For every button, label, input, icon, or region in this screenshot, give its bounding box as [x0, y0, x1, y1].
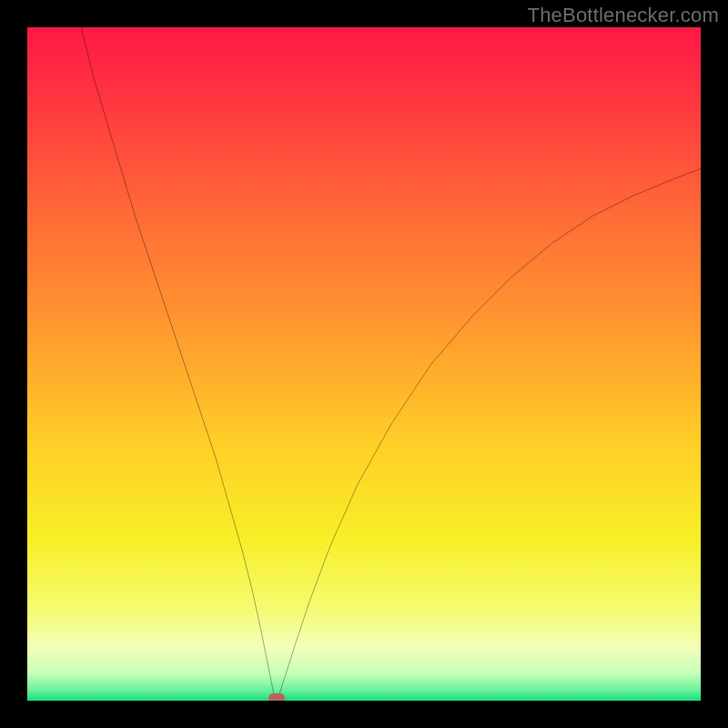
watermark-text: TheBottlenecker.com	[528, 4, 719, 27]
plot-area	[27, 27, 701, 701]
right-branch-curve	[278, 168, 701, 699]
chart-frame: TheBottlenecker.com	[0, 0, 728, 728]
bottleneck-marker	[268, 693, 285, 701]
left-branch-curve	[81, 27, 276, 700]
chart-curves	[27, 27, 701, 701]
